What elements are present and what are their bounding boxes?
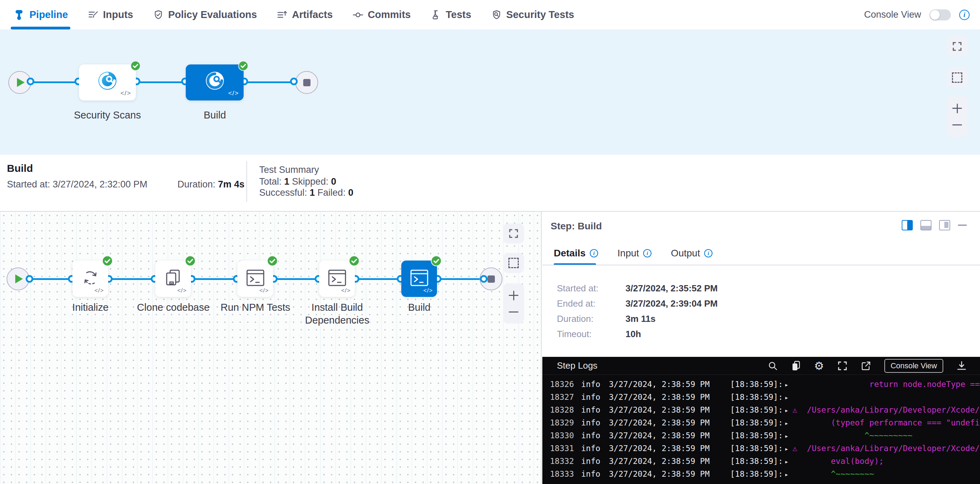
step-tabs: Details i Input i Output i bbox=[554, 248, 713, 259]
terminal-icon bbox=[410, 269, 429, 288]
play-icon bbox=[15, 275, 23, 283]
tab-label: Inputs bbox=[103, 9, 133, 21]
nav-tabs: Pipeline Inputs Policy Evaluations Artif… bbox=[13, 0, 574, 29]
tab-label: Commits bbox=[368, 9, 410, 21]
pipeline-end-node[interactable] bbox=[295, 71, 318, 94]
step-details-panel: Step: Build Details i Input i Output i S… bbox=[542, 212, 980, 484]
info-icon[interactable]: i bbox=[590, 249, 598, 257]
step-link bbox=[191, 278, 237, 280]
success-badge bbox=[238, 60, 248, 72]
inputs-icon bbox=[88, 10, 99, 20]
step-panel-title: Step: Build bbox=[550, 221, 602, 232]
terminal-icon bbox=[328, 269, 347, 288]
success-badge bbox=[431, 255, 442, 268]
stage-node-security-scans[interactable]: </> bbox=[79, 64, 136, 100]
settings-gear-icon[interactable]: ⚙ bbox=[814, 360, 824, 371]
tab-label: Output bbox=[671, 248, 700, 259]
stage-label[interactable]: Security Scans bbox=[52, 109, 163, 122]
artifacts-icon bbox=[277, 10, 287, 20]
stage-label[interactable]: Build bbox=[159, 109, 270, 122]
console-view-toggle[interactable] bbox=[929, 10, 951, 21]
flask-icon bbox=[431, 10, 441, 20]
detail-started-at: Started at:3/27/2024, 2:35:52 PM bbox=[557, 283, 625, 294]
test-summary-heading: Test Summary bbox=[259, 165, 319, 175]
success-badge bbox=[102, 255, 113, 268]
copy-icon bbox=[164, 268, 183, 289]
code-glyph: </> bbox=[177, 287, 187, 294]
step-logs-title: Step Logs bbox=[557, 360, 597, 371]
code-glyph: </> bbox=[121, 89, 131, 97]
tab-pipeline[interactable]: Pipeline bbox=[13, 0, 68, 29]
marquee-select-button[interactable] bbox=[503, 253, 524, 273]
fullscreen-button[interactable] bbox=[947, 36, 967, 57]
open-external-icon[interactable] bbox=[861, 361, 871, 371]
shield-check-icon bbox=[153, 10, 164, 20]
tab-artifacts[interactable]: Artifacts bbox=[277, 0, 332, 29]
link-port bbox=[25, 275, 33, 283]
log-list[interactable]: 18326info3/27/2024, 2:38:59 PM[18:38:59]… bbox=[542, 375, 980, 484]
info-icon[interactable]: i bbox=[704, 249, 713, 257]
tab-inputs[interactable]: Inputs bbox=[88, 0, 133, 29]
expand-arrow-icon[interactable]: ▸ bbox=[784, 381, 788, 388]
tab-details[interactable]: Details i bbox=[554, 248, 598, 259]
summary-started: Started at: 3/27/2024, 2:32:00 PM bbox=[7, 179, 147, 190]
fullscreen-icon[interactable] bbox=[837, 361, 848, 371]
tab-tests[interactable]: Tests bbox=[431, 0, 471, 29]
code-glyph: </> bbox=[228, 89, 239, 97]
marquee-icon bbox=[952, 72, 963, 83]
expand-arrow-icon[interactable]: ▸ bbox=[784, 419, 788, 427]
code-glyph: </> bbox=[423, 287, 433, 294]
expand-arrow-icon[interactable]: ▸ bbox=[784, 394, 788, 401]
code-glyph: </> bbox=[341, 287, 351, 294]
log-row: 18328info3/27/2024, 2:38:59 PM[18:38:59]… bbox=[542, 404, 980, 417]
stage-graph-canvas[interactable]: </> </> Security Scans Build bbox=[0, 30, 980, 155]
expand-arrow-icon[interactable]: ▸ bbox=[784, 470, 788, 478]
minimize-panel-button[interactable] bbox=[958, 224, 967, 226]
tab-label: Policy Evaluations bbox=[168, 9, 257, 21]
log-row: 18333info3/27/2024, 2:38:59 PM[18:38:59]… bbox=[542, 468, 980, 481]
marquee-select-button[interactable] bbox=[947, 68, 967, 88]
tab-label: Security Tests bbox=[506, 9, 574, 21]
commit-icon bbox=[353, 10, 363, 20]
tab-commits[interactable]: Commits bbox=[353, 0, 410, 29]
divider bbox=[542, 265, 980, 265]
log-row: 18327info3/27/2024, 2:38:59 PM[18:38:59]… bbox=[542, 391, 980, 404]
info-icon[interactable]: i bbox=[959, 10, 970, 20]
info-icon[interactable]: i bbox=[643, 249, 651, 257]
tab-label: Input bbox=[617, 248, 639, 259]
expand-arrow-icon[interactable]: ▸ bbox=[784, 445, 788, 452]
divider bbox=[247, 161, 247, 202]
step-logs-panel: Step Logs ⚙ Console View bbox=[542, 357, 980, 484]
stage-link bbox=[137, 81, 186, 83]
link-port bbox=[480, 275, 488, 283]
step-graph-canvas[interactable]: </> </> </> </> </> bbox=[0, 212, 542, 484]
search-icon[interactable] bbox=[768, 361, 778, 371]
layout-right-split-button[interactable] bbox=[902, 220, 913, 230]
success-badge bbox=[267, 255, 278, 268]
expand-arrow-icon[interactable]: ▸ bbox=[784, 432, 788, 440]
log-row: 18329info3/27/2024, 2:38:59 PM[18:38:59]… bbox=[542, 417, 980, 430]
play-icon bbox=[17, 78, 25, 87]
top-nav: Pipeline Inputs Policy Evaluations Artif… bbox=[0, 0, 980, 30]
fullscreen-button[interactable] bbox=[503, 224, 524, 244]
zoom-controls bbox=[947, 96, 967, 136]
test-summary-line1: Total: 1 Skipped: 0 bbox=[259, 176, 336, 187]
expand-arrow-icon[interactable]: ▸ bbox=[784, 406, 788, 414]
build-summary: Build Started at: 3/27/2024, 2:32:00 PM … bbox=[0, 155, 980, 212]
copy-icon[interactable] bbox=[791, 361, 801, 371]
download-icon[interactable] bbox=[956, 361, 967, 371]
tab-input[interactable]: Input i bbox=[617, 248, 651, 259]
console-view-button[interactable]: Console View bbox=[885, 359, 943, 373]
stop-icon bbox=[488, 275, 495, 283]
success-badge bbox=[130, 60, 141, 72]
tab-output[interactable]: Output i bbox=[671, 248, 713, 259]
layout-floating-button[interactable] bbox=[939, 220, 950, 230]
tab-security-tests[interactable]: Security Tests bbox=[492, 0, 574, 29]
step-label[interactable]: Build bbox=[364, 301, 475, 314]
summary-title: Build bbox=[7, 162, 33, 174]
tab-policy-evaluations[interactable]: Policy Evaluations bbox=[153, 0, 257, 29]
stage-node-build[interactable]: </> bbox=[186, 64, 243, 100]
pipeline-icon bbox=[13, 9, 25, 21]
expand-arrow-icon[interactable]: ▸ bbox=[784, 458, 788, 465]
layout-bottom-split-button[interactable] bbox=[920, 220, 931, 230]
